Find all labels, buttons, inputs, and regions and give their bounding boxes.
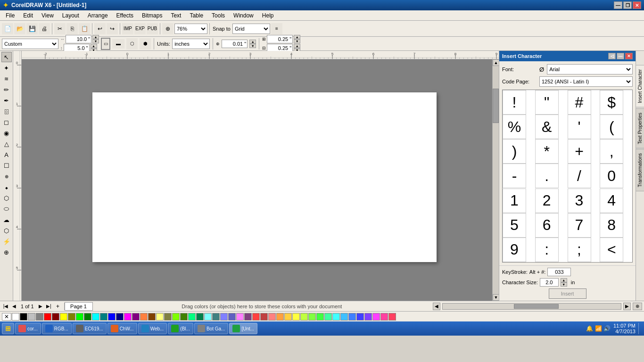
color-green[interactable]	[84, 313, 91, 321]
char-cell-amp[interactable]: &	[535, 115, 559, 139]
char-cell-dollar[interactable]: $	[600, 90, 623, 115]
open-button[interactable]: 📂	[14, 23, 25, 34]
panel-minimize-button[interactable]: —	[617, 53, 624, 59]
nudge-up[interactable]: ▲	[249, 40, 256, 44]
last-page-button[interactable]: ▶|	[45, 303, 53, 310]
color-orchid[interactable]	[372, 313, 380, 321]
color-silver[interactable]	[28, 313, 35, 321]
menu-file[interactable]: File	[2, 11, 18, 20]
color-yellowgreen[interactable]	[300, 313, 308, 321]
color-lime[interactable]	[76, 313, 83, 321]
char-cell-5[interactable]: 5	[503, 213, 526, 238]
canvas-container[interactable]: /* ticks added by JS */ -2-1012345678910…	[13, 51, 499, 301]
color-red[interactable]	[44, 313, 51, 321]
color-cornflower[interactable]	[220, 313, 228, 321]
color-fuchsia[interactable]	[124, 313, 132, 321]
color-lightyellow2[interactable]	[292, 313, 300, 321]
redo-button[interactable]: ↪	[107, 23, 118, 34]
char-cell-1[interactable]: 1	[503, 189, 526, 213]
color-steelblue[interactable]	[212, 313, 220, 321]
print-button[interactable]: 🖨	[39, 23, 50, 34]
charsize-input[interactable]	[540, 278, 559, 287]
color-darkolive[interactable]	[164, 313, 172, 321]
copy-button[interactable]: ⎘	[66, 23, 78, 34]
next-page-button[interactable]: ▶	[37, 303, 44, 310]
panel-detach-button[interactable]: ◁	[608, 53, 616, 59]
char-cell-4[interactable]: 4	[600, 189, 623, 213]
first-page-button[interactable]: |◀	[2, 303, 9, 310]
ellipse-tool[interactable]: ◉	[1, 128, 12, 138]
grid-h-up[interactable]: ▲	[294, 35, 300, 39]
char-cell-comma[interactable]: ,	[600, 139, 623, 164]
grid-h-down[interactable]: ▼	[294, 39, 300, 43]
landscape-button[interactable]: ▬	[112, 39, 124, 49]
char-cell-7[interactable]: 7	[568, 213, 591, 238]
color-darkorange[interactable]	[276, 313, 284, 321]
taskbar-app-7[interactable]: Bot Ga...	[194, 323, 228, 334]
char-cell-rparen[interactable]: )	[503, 139, 526, 164]
color-mintgreen[interactable]	[324, 313, 332, 321]
start-button[interactable]: ⊞	[2, 323, 14, 334]
polygon-tool[interactable]: △	[1, 139, 12, 149]
tab-text-properties[interactable]: Text Properties	[636, 108, 644, 148]
char-cell-semicolon[interactable]: ;	[568, 238, 591, 262]
width-up[interactable]: ▲	[92, 35, 99, 39]
snap-options-button[interactable]: ≡	[271, 23, 282, 34]
undo-button[interactable]: ↩	[94, 23, 106, 34]
char-cell-squote[interactable]: '	[568, 115, 591, 139]
char-cell-lt[interactable]: <	[600, 238, 623, 262]
import-button[interactable]: IMP	[122, 23, 133, 34]
drawing-canvas[interactable]	[92, 92, 437, 262]
bezier-tool[interactable]: ✏	[1, 84, 12, 95]
page-name-input[interactable]	[65, 302, 93, 311]
insert-button[interactable]: Insert	[549, 288, 586, 299]
char-cell-0[interactable]: 0	[600, 164, 623, 188]
dimension-tool[interactable]: ⊕	[1, 171, 12, 181]
shadow-tool[interactable]: ☁	[1, 214, 12, 225]
font-select[interactable]: Arial Times New Roman Courier New	[547, 64, 633, 74]
taskbar-app-5[interactable]: Web...	[138, 323, 167, 334]
menu-edit[interactable]: Edit	[19, 11, 37, 20]
h-scroll-right-button[interactable]: ▶	[623, 303, 631, 310]
char-cell-percent[interactable]: %	[503, 115, 526, 139]
transparency-tool[interactable]: ⬡	[1, 225, 12, 236]
restore-button[interactable]: ❒	[623, 1, 632, 9]
menu-arrange[interactable]: Arrange	[84, 11, 112, 20]
color-gold[interactable]	[284, 313, 292, 321]
color-darkred[interactable]	[260, 313, 268, 321]
page-preset-select[interactable]: Custom Letter A4	[2, 39, 58, 49]
color-chartreuse[interactable]	[172, 313, 180, 321]
menu-effects[interactable]: Effects	[113, 11, 137, 20]
color-yellow[interactable]	[60, 313, 67, 321]
color-lightsalmon[interactable]	[268, 313, 276, 321]
paste-button[interactable]: 📋	[79, 23, 90, 34]
nudge-input[interactable]	[222, 40, 248, 48]
taskbar-app-3[interactable]: EC619...	[73, 323, 107, 334]
color-lightgreen[interactable]	[308, 313, 316, 321]
show-desktop-button[interactable]	[638, 323, 642, 334]
add-page-button[interactable]: +	[54, 303, 62, 310]
char-cell-period[interactable]: .	[535, 164, 559, 188]
cut-button[interactable]: ✂	[54, 23, 66, 34]
h-scroll-left-button[interactable]: ◀	[433, 303, 440, 310]
canvas-scroll[interactable]	[22, 59, 499, 301]
save-button[interactable]: 💾	[26, 23, 38, 34]
no-color-swatch[interactable]: ✕	[2, 313, 11, 321]
taskbar-app-2[interactable]: RGB...	[42, 323, 72, 334]
panel-close-button[interactable]: ✕	[625, 53, 633, 59]
char-cell-9[interactable]: 9	[503, 238, 526, 262]
color-purple[interactable]	[132, 313, 140, 321]
facing-pages-button[interactable]: ⬡	[126, 38, 138, 49]
rectangle-tool[interactable]: ◻	[1, 117, 12, 127]
color-lightcyan[interactable]	[204, 313, 212, 321]
char-cell-colon[interactable]: :	[535, 238, 559, 262]
color-lavender[interactable]	[364, 313, 372, 321]
scroll-track[interactable]	[493, 66, 499, 294]
menu-text[interactable]: Text	[167, 11, 185, 20]
color-violet[interactable]	[236, 313, 244, 321]
color-black[interactable]	[20, 313, 27, 321]
smart-drawing-tool[interactable]: ⌹	[1, 106, 12, 116]
color-pink[interactable]	[388, 313, 396, 321]
color-darkg[interactable]	[180, 313, 188, 321]
color-lightyellow[interactable]	[156, 313, 164, 321]
